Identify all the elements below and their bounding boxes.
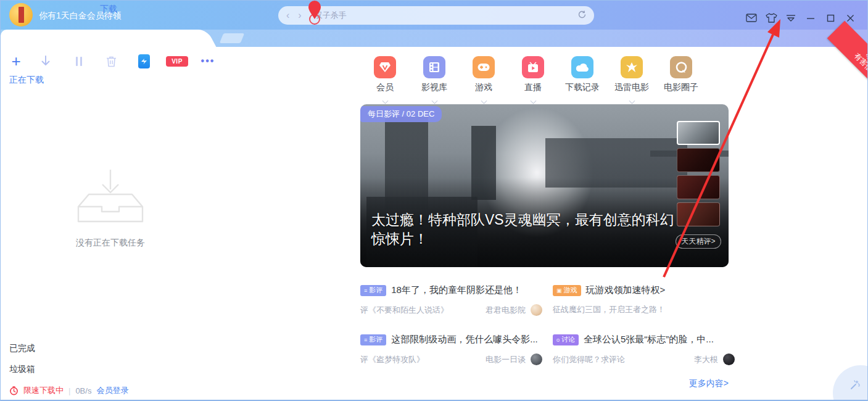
nav-movie-circle[interactable]: 电影圈子 [656, 56, 706, 101]
delete-icon[interactable] [103, 52, 119, 70]
refresh-icon[interactable] [577, 10, 587, 22]
tag-review-badge: ≡影评 [360, 334, 386, 345]
nav-download-history[interactable]: 下载记录 [558, 56, 607, 101]
nav-thunder-movies[interactable]: 迅雷电影 [607, 56, 656, 101]
mobile-assistant-icon[interactable] [136, 52, 152, 70]
list-icon: ≡ [364, 337, 367, 343]
tag-discussion-badge: o讨论 [553, 334, 579, 345]
hummingbird-icon [621, 56, 643, 78]
daily-review-button[interactable]: 天天精评> [676, 234, 721, 249]
banner-thumb-1[interactable] [677, 121, 720, 145]
banner-title[interactable]: 太过瘾！特种部队VS灵魂幽冥，最有创意的科幻惊悚片！ [371, 210, 683, 249]
download-toolbar: + VIP ••• [1, 52, 346, 71]
speed-limit-label[interactable]: 限速下载中 [23, 385, 64, 396]
message-icon[interactable] [745, 12, 758, 24]
nav-video-library[interactable]: 影视库 [410, 56, 459, 101]
status-bar: 限速下载中 | 0B/s 会员登录 [9, 385, 128, 396]
forward-icon[interactable]: › [294, 10, 305, 20]
banner-thumb-2[interactable] [677, 148, 720, 172]
empty-inbox-icon [73, 167, 147, 226]
feed-card[interactable]: o讨论 全球公认5张最“标志”的脸，中... 你们觉得呢？求评论 李大根 [553, 334, 735, 365]
gamepad-mini-icon: ▣ [556, 287, 562, 294]
new-tab-button[interactable] [220, 33, 244, 43]
banner-thumb-3[interactable] [677, 175, 720, 199]
cloud-icon [571, 56, 593, 78]
feed-card[interactable]: ≡影评 18年了，我的童年阴影还是他！ 评《不要和陌生人说话》 君君电影院 [360, 284, 542, 316]
back-icon[interactable]: ‹ [282, 10, 294, 20]
author-avatar[interactable] [723, 353, 735, 365]
sidebar-item-downloading[interactable]: 正在下载 [9, 75, 44, 86]
chevron-down-icon[interactable] [508, 94, 558, 101]
list-icon: ≡ [364, 287, 367, 294]
member-gem-icon [374, 56, 396, 78]
tab-caret-icon: ▼ [1, 12, 217, 19]
author-avatar[interactable] [531, 353, 542, 365]
search-bar[interactable]: ‹ › 双子杀手 [278, 6, 594, 25]
feature-nav: 会员 影视库 游戏 直播 下载记 [360, 56, 730, 101]
live-tv-icon [522, 56, 544, 78]
new-task-button[interactable]: + [8, 52, 24, 70]
sidebar-item-trash[interactable]: 垃圾箱 [9, 364, 35, 375]
app-window: 你有1天白金会员待领 ‹ › 双子杀手 [0, 0, 868, 401]
banner-date-badge: 每日影评 / 02 DEC [360, 106, 442, 122]
chevron-down-icon[interactable] [607, 94, 656, 101]
empty-state-text: 没有正在下载任务 [44, 238, 177, 249]
speed-limit-clock-icon [9, 386, 19, 395]
pause-icon[interactable] [71, 52, 87, 70]
status-divider: | [68, 386, 70, 395]
feed-card[interactable]: ▣游戏 玩游戏领加速特权> 征战魔幻三国，开启王者之路！ [553, 284, 735, 315]
download-speed: 0B/s [75, 386, 91, 395]
tab-download[interactable] [1, 30, 199, 47]
main-menu-icon[interactable] [785, 12, 797, 24]
title-bar: 你有1天白金会员待领 ‹ › 双子杀手 [1, 1, 868, 47]
sidebar-item-completed[interactable]: 已完成 [9, 343, 35, 354]
author-avatar[interactable] [531, 304, 542, 316]
more-content-link[interactable]: 更多内容> [667, 378, 729, 389]
minimize-button[interactable] [804, 12, 817, 24]
film-strip-icon [423, 56, 445, 78]
search-input[interactable]: 双子杀手 [315, 10, 577, 21]
start-download-icon[interactable] [38, 52, 54, 70]
nav-games[interactable]: 游戏 [459, 56, 508, 101]
banner-thumbnail-rail [677, 121, 720, 229]
nav-member[interactable]: 会员 [360, 56, 410, 101]
nav-live[interactable]: 直播 [508, 56, 558, 101]
chat-bubble-icon [670, 56, 692, 78]
vip-button[interactable]: VIP [163, 52, 191, 70]
more-options-icon[interactable]: ••• [198, 52, 218, 70]
chevron-down-icon[interactable] [360, 94, 410, 101]
banner-thumb-4[interactable] [677, 202, 720, 226]
empty-download-state: 没有正在下载任务 [44, 167, 177, 249]
member-login-link[interactable]: 会员登录 [96, 385, 128, 396]
magic-wand-icon[interactable] [849, 380, 860, 392]
skin-tshirt-icon[interactable] [765, 12, 777, 24]
chevron-down-icon[interactable] [459, 94, 508, 101]
featured-banner[interactable]: 每日影评 / 02 DEC 太过瘾！特种部队VS灵魂幽冥，最有创意的科幻惊悚片！… [360, 104, 729, 267]
gamepad-icon [473, 56, 495, 78]
tag-game-badge: ▣游戏 [553, 285, 581, 296]
chevron-down-icon[interactable] [410, 94, 459, 101]
dot-icon: o [556, 337, 560, 343]
feed-card[interactable]: ≡影评 这部限制级动画，凭什么噱头令影... 评《盗梦特攻队》 电影一日谈 [360, 334, 542, 365]
maximize-button[interactable] [824, 12, 837, 24]
tag-review-badge: ≡影评 [360, 285, 386, 296]
